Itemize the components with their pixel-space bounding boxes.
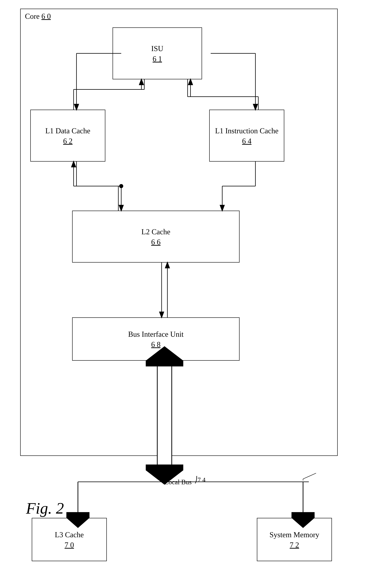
isu-ref: 6 1 <box>153 55 162 63</box>
sys-memory-title: System Memory <box>269 530 319 540</box>
local-bus-label: Local Bus ⎠7 4 <box>165 476 206 486</box>
l1-data-box: L1 Data Cache 6 2 <box>30 110 105 162</box>
l3-cache-title: L3 Cache <box>55 530 84 540</box>
isu-box: ISU 6 1 <box>113 27 202 79</box>
biu-ref: 6 8 <box>151 340 161 349</box>
svg-line-47 <box>303 473 316 479</box>
biu-title: Bus Interface Unit <box>128 329 184 339</box>
l1-instr-title: L1 Instruction Cache <box>215 126 278 136</box>
sys-memory-box: System Memory 7 2 <box>257 518 332 561</box>
sys-memory-ref: 7 2 <box>290 541 299 549</box>
fig-label-text: Fig. 2 <box>26 499 64 517</box>
biu-box: Bus Interface Unit 6 8 <box>72 317 239 361</box>
l3-cache-box: L3 Cache 7 0 <box>32 518 107 561</box>
core-text: Core <box>25 12 40 20</box>
l2-cache-ref: 6 6 <box>151 238 161 246</box>
local-bus-text: Local Bus <box>165 478 192 486</box>
l1-data-title: L1 Data Cache <box>45 126 90 136</box>
l1-instr-ref: 6 4 <box>242 137 252 145</box>
core-label: Core 6 0 <box>25 12 51 21</box>
local-bus-ref: ⎠7 4 <box>194 476 206 483</box>
l2-cache-title: L2 Cache <box>141 227 171 237</box>
l2-cache-box: L2 Cache 6 6 <box>72 211 239 263</box>
l1-instr-box: L1 Instruction Cache 6 4 <box>209 110 284 162</box>
l1-data-ref: 6 2 <box>63 137 73 145</box>
core-ref: 6 0 <box>42 12 51 20</box>
l3-cache-ref: 7 0 <box>65 541 74 549</box>
figure-label: Fig. 2 <box>26 499 64 517</box>
diagram-container: Core 6 0 ISU 6 1 L1 Data Cache 6 2 L1 In… <box>12 9 372 580</box>
isu-title: ISU <box>151 44 163 54</box>
